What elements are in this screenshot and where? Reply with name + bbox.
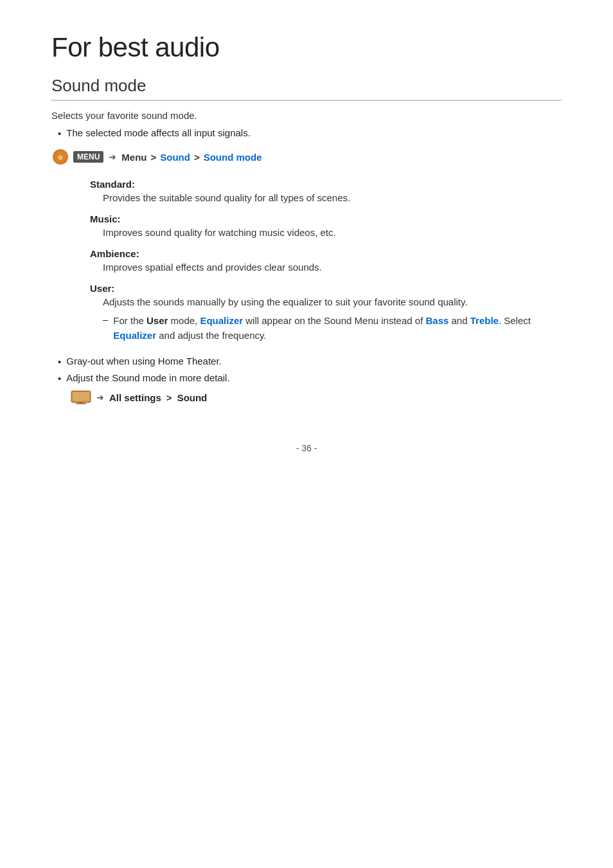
def-desc-ambience: Improves spatial effects and provides cl… <box>90 262 562 273</box>
svg-rect-4 <box>73 392 89 401</box>
all-settings-part2: Sound <box>177 392 208 403</box>
def-term-music: Music: <box>90 213 562 224</box>
sub-bullet-equalizer: – For the User mode, Equalizer will appe… <box>90 314 562 343</box>
intro-text: Selects your favorite sound mode. <box>51 110 562 121</box>
all-settings-part1: All settings <box>109 392 161 403</box>
menu-separator-1: > <box>151 152 157 163</box>
menu-path: ⊙ MENU ➜ Menu > Sound > Sound mode <box>51 148 562 166</box>
def-desc-user: Adjusts the sounds manually by using the… <box>90 296 562 307</box>
def-term-user: User: <box>90 283 562 294</box>
link-treble: Treble <box>470 315 499 326</box>
bottom-bullet-text-1: Gray-out when using Home Theater. <box>66 356 222 366</box>
def-term-ambience: Ambience: <box>90 248 562 259</box>
page-title: For best audio <box>51 32 562 63</box>
menu-separator-2: > <box>194 152 200 163</box>
menu-part1: Menu <box>121 152 147 163</box>
bottom-bullet-1: • Gray-out when using Home Theater. <box>51 356 562 367</box>
all-settings-path: ➜ All settings > Sound <box>71 390 562 404</box>
all-settings-arrow: ➜ <box>96 392 104 402</box>
bottom-bullet-2: • Adjust the Sound mode in more detail. <box>51 372 562 384</box>
bold-user: User <box>147 315 168 326</box>
menu-part2: Sound <box>160 152 190 163</box>
svg-rect-6 <box>76 403 86 404</box>
remote-icon: ⊙ <box>51 148 69 166</box>
all-settings-separator: > <box>166 392 172 403</box>
bullet-item-1: • The selected mode affects all input si… <box>51 127 562 139</box>
bottom-bullets: • Gray-out when using Home Theater. • Ad… <box>51 356 562 404</box>
link-bass: Bass <box>425 315 449 326</box>
bottom-bullet-text-2: Adjust the Sound mode in more detail. <box>66 372 229 383</box>
section-heading: Sound mode <box>51 76 562 101</box>
link-equalizer-1: Equalizer <box>200 315 243 326</box>
link-equalizer-2: Equalizer <box>113 330 156 341</box>
tv-settings-icon <box>71 390 91 404</box>
page-number: - 36 - <box>51 443 562 453</box>
menu-part3: Sound mode <box>204 152 262 163</box>
definitions-container: Standard: Provides the suitable sound qu… <box>90 179 562 343</box>
bottom-bullet-dot-2: • <box>58 373 61 384</box>
def-term-standard: Standard: <box>90 179 562 190</box>
sub-dash: – <box>103 314 108 325</box>
bullet-dot-1: • <box>58 128 61 139</box>
menu-arrow-1: ➜ <box>109 152 116 162</box>
def-desc-music: Improves sound quality for watching musi… <box>90 227 562 238</box>
def-desc-standard: Provides the suitable sound quality for … <box>90 192 562 203</box>
sub-bullet-text: For the User mode, Equalizer will appear… <box>113 314 562 343</box>
bottom-bullet-dot-1: • <box>58 356 61 367</box>
bullet-text-1: The selected mode affects all input sign… <box>66 127 251 138</box>
menu-badge: MENU <box>73 151 103 163</box>
svg-text:⊙: ⊙ <box>58 154 63 161</box>
